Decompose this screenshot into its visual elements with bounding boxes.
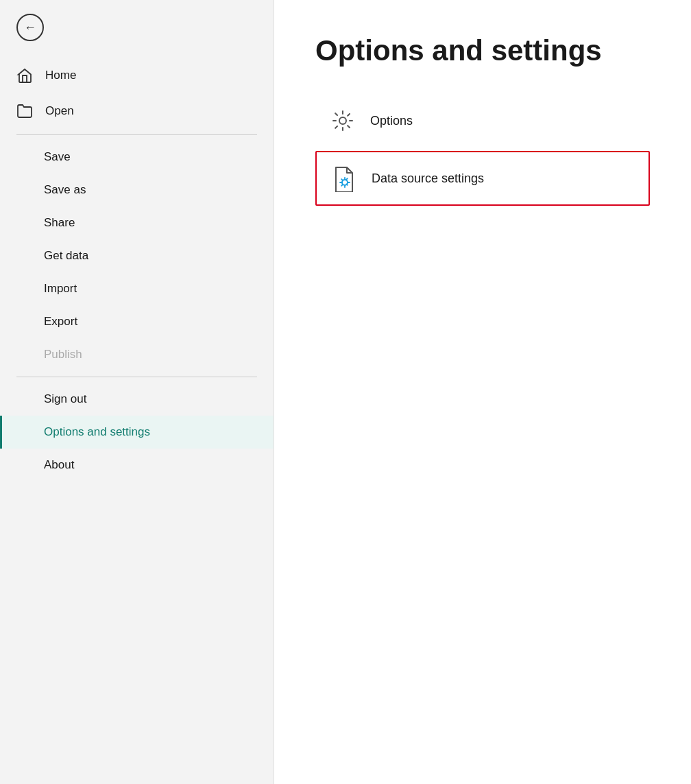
sidebar-sub-nav: Save Save as Share Get data Import Expor… bbox=[0, 141, 274, 371]
sidebar-item-import[interactable]: Import bbox=[0, 272, 274, 305]
sidebar: ← Home Open Save Save as Share bbox=[0, 0, 274, 784]
open-icon bbox=[16, 103, 33, 119]
settings-item-options-label: Options bbox=[370, 114, 413, 128]
sidebar-item-open-label: Open bbox=[45, 104, 74, 118]
home-icon bbox=[16, 67, 33, 84]
settings-item-data-source-label: Data source settings bbox=[372, 171, 484, 186]
sidebar-top-nav: Home Open bbox=[0, 52, 274, 129]
sidebar-item-options-and-settings[interactable]: Options and settings bbox=[0, 416, 274, 449]
sidebar-item-open[interactable]: Open bbox=[0, 93, 274, 129]
sidebar-item-home[interactable]: Home bbox=[0, 58, 274, 93]
main-content: Options and settings Options Data source… bbox=[274, 0, 691, 784]
sidebar-item-about[interactable]: About bbox=[0, 449, 274, 482]
page-title: Options and settings bbox=[315, 34, 650, 67]
back-arrow-icon: ← bbox=[24, 21, 36, 34]
sidebar-divider-top bbox=[16, 134, 257, 135]
sidebar-bottom-nav: Sign out Options and settings About bbox=[0, 383, 274, 482]
back-button[interactable]: ← bbox=[0, 0, 274, 52]
sidebar-divider-bottom bbox=[16, 377, 257, 377]
sidebar-item-get-data[interactable]: Get data bbox=[0, 239, 274, 272]
datasource-icon bbox=[330, 165, 358, 192]
sidebar-item-share[interactable]: Share bbox=[0, 206, 274, 239]
sidebar-item-sign-out[interactable]: Sign out bbox=[0, 383, 274, 416]
back-circle-icon[interactable]: ← bbox=[16, 14, 44, 41]
sidebar-item-export[interactable]: Export bbox=[0, 305, 274, 338]
sidebar-item-home-label: Home bbox=[45, 69, 76, 82]
settings-item-options[interactable]: Options bbox=[315, 95, 650, 147]
gear-icon bbox=[329, 107, 356, 134]
svg-point-0 bbox=[339, 117, 346, 124]
sidebar-item-save-as[interactable]: Save as bbox=[0, 174, 274, 206]
sidebar-item-save[interactable]: Save bbox=[0, 141, 274, 174]
sidebar-item-publish: Publish bbox=[0, 338, 274, 371]
settings-item-data-source[interactable]: Data source settings bbox=[315, 151, 650, 206]
